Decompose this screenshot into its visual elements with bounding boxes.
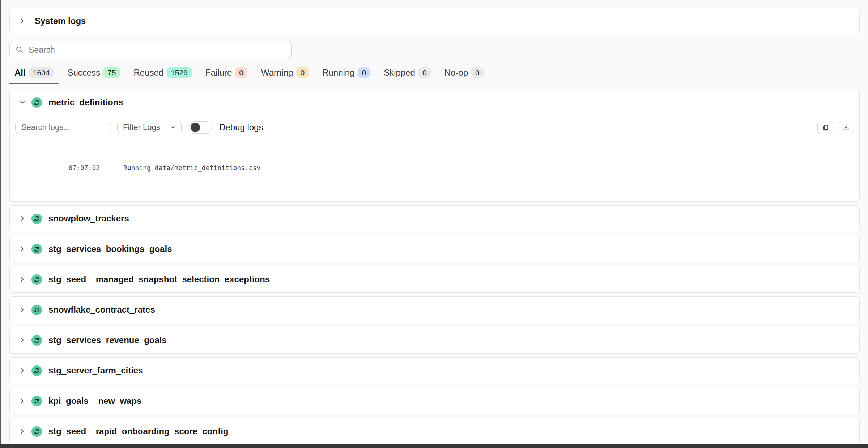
refresh-reused-icon [31,97,42,108]
refresh-reused-icon [31,335,42,346]
tab-skipped[interactable]: Skipped 0 [379,65,435,84]
chevron-right-icon [18,276,26,283]
entry-name: stg_services_revenue_goals [48,335,167,345]
log-entry-row[interactable]: stg_seed__managed_snapshot_selection_exc… [9,266,860,293]
log-message: Running data/metric_definitions.csv [123,164,260,172]
tab-label: Success [67,68,100,78]
tab-count-badge: 1529 [167,67,192,78]
search-input[interactable] [29,45,285,55]
log-toolbar: Filter Logs Debug logs [10,116,859,139]
log-entry-row[interactable]: stg_services_bookings_goals [9,236,860,262]
window-edge-bottom [0,444,868,448]
search-icon [16,46,24,54]
entry-name: stg_seed__rapid_onboarding_score_config [48,426,228,436]
tab-count-badge: 75 [103,67,120,78]
filter-logs-dropdown[interactable]: Filter Logs [117,121,182,134]
refresh-reused-icon [31,365,42,376]
entry-name: stg_services_bookings_goals [48,244,172,254]
entry-name: snowflake_contract_rates [48,305,155,315]
debug-logs-label: Debug logs [219,122,263,132]
chevron-right-icon [18,215,26,222]
tab-noop[interactable]: No-op 0 [439,65,489,84]
tab-count-badge: 0 [296,67,309,78]
tab-count-badge: 0 [471,67,484,78]
page-title: System logs [35,16,86,26]
entry-name: stg_server_farm_cities [48,365,143,376]
tab-failure[interactable]: Failure 0 [200,65,252,84]
log-entries-list: metric_definitions Filter Logs Debug log… [9,89,860,445]
chevron-right-icon [18,245,26,253]
log-entry-expanded: metric_definitions Filter Logs Debug log… [9,89,860,202]
entry-name: metric_definitions [48,97,123,107]
system-logs-header[interactable]: System logs [9,8,860,34]
tab-all[interactable]: All 1604 [9,65,59,84]
tab-count-badge: 0 [235,67,247,78]
chevron-right-icon [18,397,26,405]
refresh-reused-icon [31,244,42,254]
search-bar[interactable] [9,41,292,59]
tab-count-badge: 0 [358,67,370,78]
tab-label: Reused [133,68,163,78]
tab-label: Warning [261,68,293,78]
entry-name: snowplow_trackers [48,214,129,224]
entry-header-metric-definitions[interactable]: metric_definitions [10,89,859,116]
refresh-reused-icon [31,305,42,315]
log-entry-row[interactable]: stg_services_revenue_goals [9,327,860,354]
log-entry-row[interactable]: snowplow_trackers [9,205,860,232]
tab-label: Failure [205,68,232,78]
filter-logs-label: Filter Logs [123,123,160,132]
chevron-right-icon [18,17,26,25]
status-tabs: All 1604 Success 75 Reused 1529 Failure … [9,65,860,84]
tab-label: Skipped [384,68,415,78]
chevron-right-icon [18,367,26,374]
chevron-right-icon [18,306,26,313]
tab-success[interactable]: Success 75 [62,65,125,84]
chevron-down-icon [18,99,26,106]
chevron-right-icon [18,428,26,435]
refresh-reused-icon [31,396,42,406]
log-entry-row[interactable]: stg_server_farm_cities [9,357,860,384]
refresh-reused-icon [31,274,42,285]
log-line: 07:07:02Running data/metric_definitions.… [29,147,859,189]
log-entry-row[interactable]: stg_seed__rapid_onboarding_score_config [9,418,860,445]
tab-label: No-op [444,68,468,78]
tab-warning[interactable]: Warning 0 [256,65,314,84]
tab-count-badge: 1604 [29,67,54,78]
refresh-reused-icon [31,214,42,224]
log-timestamp: 07:07:02 [68,164,100,172]
entry-name: stg_seed__managed_snapshot_selection_exc… [48,274,270,284]
refresh-reused-icon [31,426,42,437]
download-icon [842,124,850,131]
system-logs-page: System logs All 1604 Success 75 Reused 1… [0,0,868,445]
download-logs-button[interactable] [838,121,854,134]
tab-label: Running [322,68,354,78]
tab-label: All [14,68,26,78]
copy-logs-button[interactable] [817,121,833,134]
toggle-knob [191,123,200,132]
window-edge-left [0,0,1,448]
tab-reused[interactable]: Reused 1529 [128,65,196,84]
debug-logs-toggle[interactable] [189,121,212,134]
chevron-right-icon [18,337,26,344]
log-line: 07:07:02 Reused [ 0.06s] seed analytics.… [29,189,859,201]
entry-name: kpi_goals__new_waps [48,396,141,406]
chevron-down-icon [170,124,176,130]
log-entry-row[interactable]: kpi_goals__new_waps [9,388,860,414]
tab-count-badge: 0 [418,67,431,78]
copy-icon [822,124,829,131]
log-output[interactable]: 07:07:02Running data/metric_definitions.… [10,139,859,201]
log-entry-row[interactable]: snowflake_contract_rates [9,296,860,323]
log-search-input[interactable] [15,121,112,134]
tab-running[interactable]: Running 0 [317,65,375,84]
